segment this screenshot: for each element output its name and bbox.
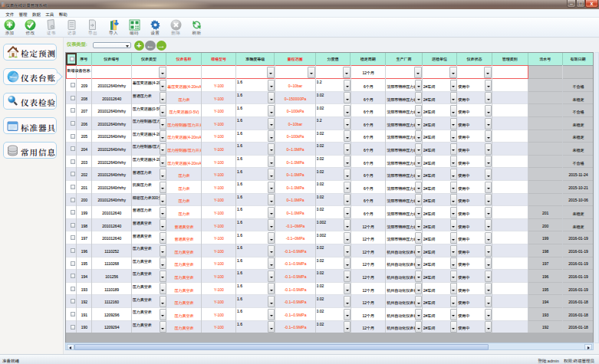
svg-text:News: News — [9, 76, 17, 79]
